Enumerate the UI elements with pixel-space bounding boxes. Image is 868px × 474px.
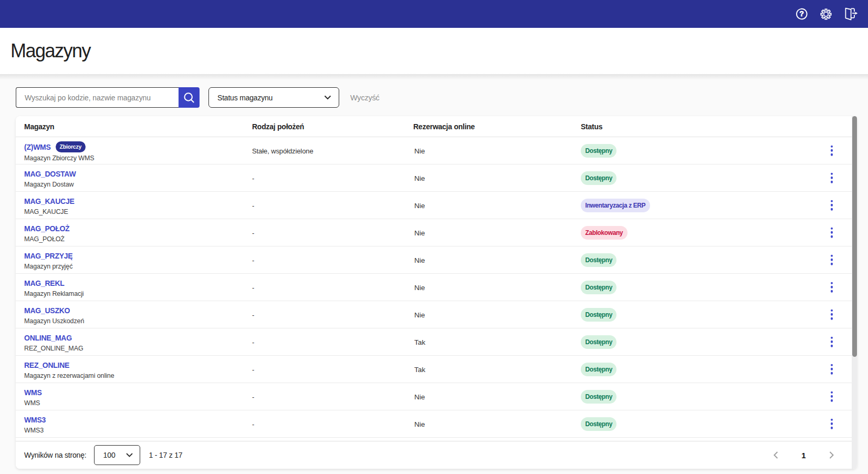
svg-text:?: ? xyxy=(800,10,804,18)
